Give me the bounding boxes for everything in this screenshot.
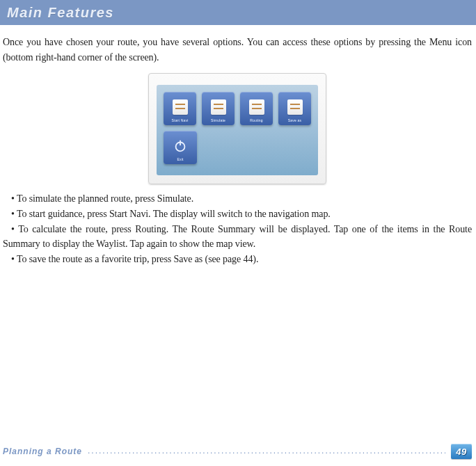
tile-row-1: Start Navi Simulate Routing Save as	[164, 92, 311, 125]
intro-paragraph: Once you have chosen your route, you hav…	[3, 35, 472, 65]
tile-save-as[interactable]: Save as	[278, 92, 311, 125]
device-screen: Start Navi Simulate Routing Save as	[157, 85, 318, 175]
tile-label: Save as	[278, 118, 311, 122]
tile-label: Routing	[240, 118, 273, 122]
tile-simulate[interactable]: Simulate	[202, 92, 235, 125]
screenshot-wrap: Start Navi Simulate Routing Save as	[3, 73, 472, 184]
bullet-item: • To start guidance, press Start Navi. T…	[3, 207, 472, 222]
document-icon	[211, 99, 226, 115]
page-number-badge: 49	[451, 444, 472, 459]
page-title: Main Features	[7, 5, 114, 21]
tile-start-navi[interactable]: Start Navi	[164, 92, 196, 125]
document-page: Main Features Once you have chosen your …	[0, 0, 476, 466]
page-number: 49	[456, 447, 466, 457]
bullet-item: • To calculate the route, press Routing.…	[3, 222, 472, 252]
dot-leader	[88, 448, 445, 455]
tile-row-2: Exit	[164, 131, 311, 164]
document-icon	[249, 99, 264, 115]
document-icon	[287, 99, 303, 115]
tile-label: Simulate	[202, 118, 235, 122]
bullet-list: • To simulate the planned route, press S…	[3, 191, 472, 266]
power-icon	[173, 138, 188, 154]
tile-exit[interactable]: Exit	[164, 131, 197, 164]
device-frame: Start Navi Simulate Routing Save as	[148, 73, 326, 184]
footer-section-label: Planning a Route	[3, 447, 82, 456]
title-bar: Main Features	[0, 0, 476, 25]
bullet-item: • To save the route as a favorite trip, …	[3, 252, 472, 267]
bullet-item: • To simulate the planned route, press S…	[3, 191, 472, 207]
tile-label: Start Navi	[164, 118, 196, 122]
content-area: Once you have chosen your route, you hav…	[0, 25, 476, 267]
tile-routing[interactable]: Routing	[240, 92, 273, 125]
document-icon	[173, 99, 188, 115]
tile-label: Exit	[164, 157, 197, 161]
page-footer: Planning a Route 49	[3, 444, 472, 459]
svg-rect-1	[180, 140, 181, 145]
